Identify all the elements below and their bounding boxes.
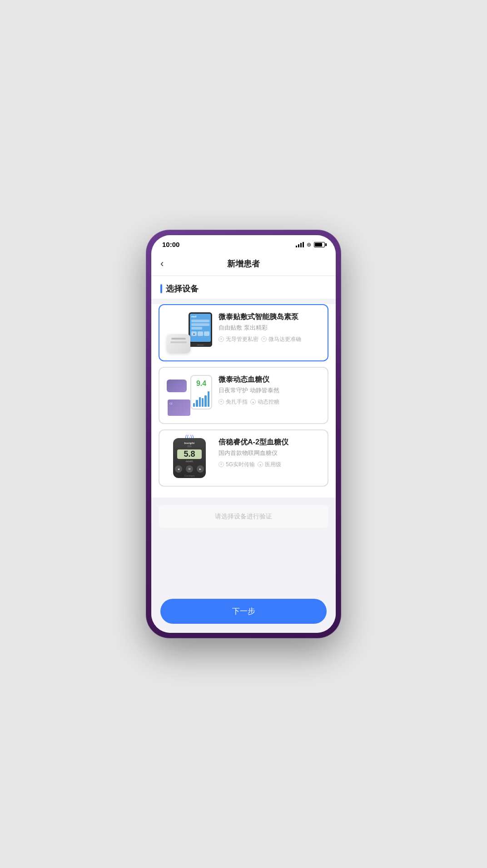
bgm-illustration: ((·)) Insight D29 5.8 mmol/L ◀ (167, 438, 212, 478)
battery-icon (314, 242, 325, 247)
device-name-insulin-pump: 微泰贴敷式智能胰岛素泵 (219, 312, 320, 322)
pump-screen: equil ▶ (190, 314, 211, 342)
cgm-package: CE (168, 399, 190, 416)
cgm-chart (193, 388, 209, 407)
device-feature-1: ✕ 无导管更私密 (219, 335, 258, 343)
device-image-insulin-pump: equil ▶ (167, 312, 212, 353)
device-list: equil ▶ (151, 304, 336, 498)
cgm-phone: 9.4 (190, 375, 212, 409)
device-info-insulin-pump: 微泰贴敷式智能胰岛素泵 自由贴敷 泵出精彩 ✕ 无导管更私密 ✕ 微马达更准确 (219, 312, 320, 343)
bgm-device: Insight D29 5.8 mmol/L ◀ M (173, 438, 206, 478)
pump-pod (167, 334, 190, 353)
device-feature-3: ✕ 免扎手指 (219, 398, 248, 406)
device-feature-4: ● 动态控糖 (250, 398, 279, 406)
feature-dot-2: ✕ (261, 336, 267, 342)
bgm-buttons: ◀ M ▶ (175, 465, 204, 473)
feature-dot-5: ✕ (219, 462, 224, 467)
title-bar-accent (160, 284, 162, 293)
cgm-reading: 9.4 (196, 380, 206, 388)
verify-text: 请选择设备进行验证 (215, 513, 272, 520)
page-title: 新增患者 (227, 258, 260, 269)
phone-screen: 10:00 ⊛ ‹ 新增患者 (151, 235, 336, 633)
device-slogan-insulin-pump: 自由贴敷 泵出精彩 (219, 324, 320, 332)
wifi-icon: ⊛ (307, 242, 311, 248)
feature-dot-4: ● (250, 399, 256, 404)
verify-section: 请选择设备进行验证 (151, 498, 336, 535)
device-name-bgm: 倍稳睿优A-2型血糖仪 (219, 438, 320, 447)
bottom-section: 下一步 (151, 593, 336, 633)
device-feature-6: ● 医用级 (258, 461, 281, 469)
device-slogan-bgm: 国内首款物联网血糖仪 (219, 449, 320, 457)
cgm-sensor (167, 380, 187, 392)
device-info-cgm: 微泰动态血糖仪 日夜常守护 动静皆泰然 ✕ 免扎手指 ● 动态控糖 (219, 375, 320, 406)
device-feature-2: ✕ 微马达更准确 (261, 335, 301, 343)
section-header: 选择设备 (151, 276, 336, 299)
device-features-bgm: ✕ 5G实时传输 ● 医用级 (219, 461, 320, 469)
bgm-btn-left: ◀ (175, 465, 182, 473)
main-content: 选择设备 equil (151, 276, 336, 593)
device-card-insulin-pump[interactable]: equil ▶ (159, 304, 328, 361)
device-image-cgm: CE 9.4 (167, 375, 212, 416)
cgm-illustration: CE 9.4 (167, 375, 212, 416)
device-name-cgm: 微泰动态血糖仪 (219, 375, 320, 385)
device-card-cgm[interactable]: CE 9.4 (159, 367, 328, 424)
signal-icon (296, 242, 304, 247)
device-image-bgm: ((·)) Insight D29 5.8 mmol/L ◀ (167, 438, 212, 478)
bgm-btn-right: ▶ (197, 465, 204, 473)
feature-dot-3: ✕ (219, 399, 224, 404)
phone-frame: 10:00 ⊛ ‹ 新增患者 (146, 230, 341, 638)
device-features-insulin-pump: ✕ 无导管更私密 ✕ 微马达更准确 (219, 335, 320, 343)
device-slogan-cgm: 日夜常守护 动静皆泰然 (219, 386, 320, 395)
device-card-bgm[interactable]: ((·)) Insight D29 5.8 mmol/L ◀ (159, 429, 328, 487)
status-time: 10:00 (162, 241, 179, 248)
verify-box: 请选择设备进行验证 (159, 505, 328, 528)
header: ‹ 新增患者 (151, 252, 336, 276)
bgm-btn-m: M (186, 465, 193, 473)
pump-phone: equil ▶ (189, 312, 212, 347)
bgm-screen: 5.8 (177, 449, 202, 459)
next-button[interactable]: 下一步 (160, 599, 327, 624)
section-title: 选择设备 (160, 283, 327, 294)
device-feature-5: ✕ 5G实时传输 (219, 461, 255, 469)
feature-dot-6: ● (258, 462, 263, 467)
bgm-brand: Insight (184, 442, 194, 444)
feature-dot-1: ✕ (219, 336, 224, 342)
device-info-bgm: 倍稳睿优A-2型血糖仪 国内首款物联网血糖仪 ✕ 5G实时传输 ● 医用级 (219, 438, 320, 469)
back-button[interactable]: ‹ (160, 258, 164, 270)
status-bar: 10:00 ⊛ (151, 235, 336, 252)
status-icons: ⊛ (296, 242, 325, 248)
pump-illustration: equil ▶ (167, 312, 212, 353)
device-features-cgm: ✕ 免扎手指 ● 动态控糖 (219, 398, 320, 406)
